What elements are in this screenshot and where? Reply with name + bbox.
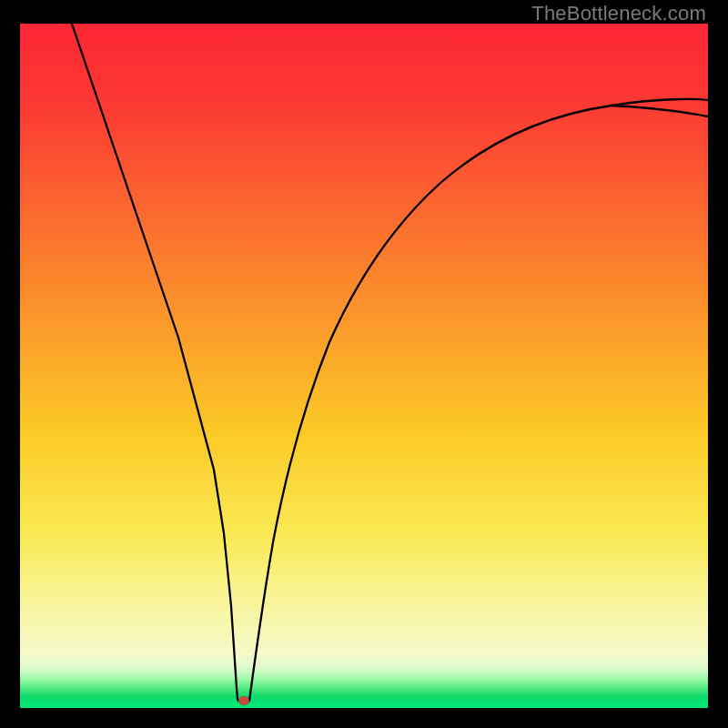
plot-area [20,24,708,708]
minimum-dot [238,696,249,705]
watermark-text: TheBottleneck.com [531,2,706,25]
curve-right-branch [249,99,708,701]
bottleneck-curve [20,24,708,708]
curve-left-branch [72,24,249,701]
chart-frame: TheBottleneck.com [0,0,728,728]
curve-right-tail [612,106,708,116]
